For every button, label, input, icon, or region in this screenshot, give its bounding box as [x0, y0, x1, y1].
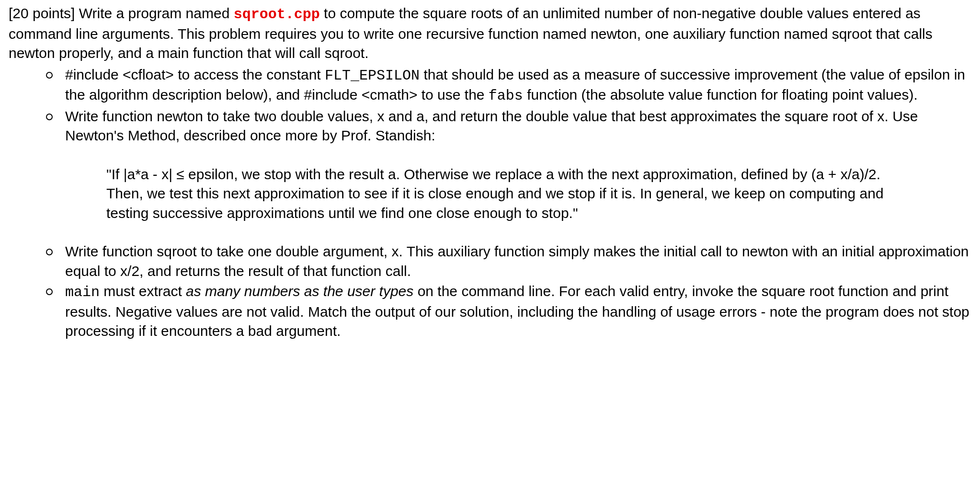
b1-code-1: FLT_EPSILON	[325, 68, 420, 84]
intro-text-1: Write a program named	[75, 5, 233, 21]
bullet-main: main must extract as many numbers as the…	[46, 282, 971, 341]
filename-code: sqroot.cpp	[234, 6, 320, 23]
b4-italic: as many numbers as the user types	[186, 283, 413, 299]
b4-text-1: must extract	[100, 283, 186, 299]
bullet-newton: Write function newton to take two double…	[46, 107, 971, 223]
bullet-sqroot: Write function sqroot to take one double…	[46, 242, 971, 281]
newton-quote: "If |a*a - x| ≤ epsilon, we stop with th…	[65, 165, 971, 223]
b1-text-3: function (the absolute value function fo…	[523, 87, 918, 103]
b1-text-1: #include <cfloat> to access the constant	[65, 67, 325, 82]
bullet-list: #include <cfloat> to access the constant…	[9, 65, 971, 341]
bullet-include: #include <cfloat> to access the constant…	[46, 65, 971, 106]
b1-code-2: fabs	[489, 88, 523, 104]
b2-text-1: Write function newton to take two double…	[65, 108, 918, 144]
points-label: [20 points]	[9, 5, 75, 21]
b4-code-1: main	[65, 284, 100, 300]
b3-text-1: Write function sqroot to take one double…	[65, 243, 969, 279]
problem-intro: [20 points] Write a program named sqroot…	[9, 4, 971, 63]
